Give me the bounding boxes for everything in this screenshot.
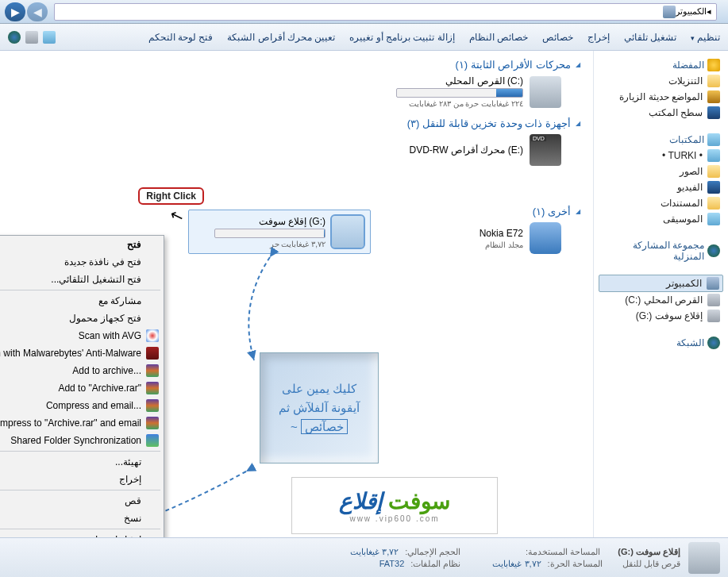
pictures-icon — [707, 165, 720, 178]
instruction-line1: كليك يمين على — [279, 379, 360, 398]
sidebar-item-pictures[interactable]: الصور — [599, 163, 723, 179]
sidebar-homegroup[interactable]: مجموعة المشاركة المنزلية — [599, 238, 723, 263]
instruction-line4: ~ — [291, 420, 298, 433]
ctx-scan-mwb[interactable]: Scan with Malwarebytes' Anti-Malware — [0, 344, 164, 362]
ctx-open-portable[interactable]: فتح كجهاز محمول — [0, 310, 164, 327]
breadcrumb-arrow: ◂ — [707, 6, 711, 17]
computer-icon — [663, 6, 676, 18]
context-menu: فتح فتح في نافذة جديدة فتح التشغيل التلق… — [0, 235, 164, 537]
sidebar-favorites[interactable]: المفضلة — [599, 57, 723, 73]
ctx-compress-email[interactable]: ...Compress and email — [0, 397, 164, 414]
toolbar-sys-props[interactable]: خصائص النظام — [469, 32, 528, 43]
toolbar-autoplay[interactable]: تشغيل تلقائي — [624, 32, 676, 43]
window-titlebar: ◂ الكمبيوتر ◀ ▶ — [0, 0, 728, 24]
content-pane: محركات الأقراص الثابتة (١) (:C) القرص ال… — [0, 51, 593, 537]
recent-icon — [707, 90, 720, 103]
toolbar-map-drive[interactable]: تعيين محرك أقراص الشبكة — [227, 32, 335, 43]
folder-icon — [707, 75, 720, 87]
usb-icon — [707, 310, 720, 322]
details-total-val: ٣,٧٢ غيغابايت — [350, 547, 399, 557]
ctx-add-archive[interactable]: ...Add to archive — [0, 362, 164, 379]
toolbar-organize[interactable]: تنظيم — [691, 32, 720, 43]
navigation-pane: المفضلة التنزيلات المواضع حديثة الزيارة … — [593, 51, 728, 537]
ctx-scan-avg[interactable]: Scan with AVG — [0, 327, 164, 344]
toolbar-eject[interactable]: إخراج — [587, 32, 610, 43]
ctx-copy[interactable]: نسخ — [0, 510, 164, 527]
toolbar-control-panel[interactable]: فتح لوحة التحكم — [148, 32, 214, 43]
address-bar[interactable]: ◂ الكمبيوتر — [54, 3, 717, 21]
star-icon — [707, 59, 720, 71]
drive-usb-g[interactable]: (:G) إقلاع سوفت ٣,٧٢ غيغابايت حر — [188, 210, 371, 254]
sidebar-item-turki[interactable]: • TURKI • — [599, 148, 723, 163]
ctx-open[interactable]: فتح — [0, 236, 164, 253]
sidebar-item-videos[interactable]: الفيديو — [599, 179, 723, 195]
ctx-shared-sync[interactable]: Shared Folder Synchronization◂ — [0, 432, 164, 449]
nokia-label: Nokia E72 — [480, 228, 523, 239]
group-hdd[interactable]: محركات الأقراص الثابتة (١) — [13, 59, 580, 71]
sidebar-item-computer[interactable]: الكمبيوتر — [599, 275, 723, 292]
breadcrumb-computer[interactable]: الكمبيوتر — [676, 6, 707, 17]
winrar-icon — [146, 382, 159, 394]
view-icon[interactable] — [43, 31, 56, 44]
sidebar-network[interactable]: الشبكة — [599, 335, 723, 351]
usb-drive-icon — [332, 216, 364, 248]
logo-soft: سوفت — [388, 489, 450, 514]
phone-icon — [530, 222, 561, 254]
toolbar-properties[interactable]: خصائص — [542, 32, 573, 43]
computer-icon — [707, 277, 719, 290]
ctx-compress-rar-email[interactable]: Compress to "Archive.rar" and email — [0, 414, 164, 432]
details-used-label: المساحة المستخدمة: — [526, 547, 600, 557]
sidebar-item-local-c[interactable]: القرص المحلي (:C) — [599, 292, 723, 308]
details-fs-val: FAT32 — [379, 559, 405, 569]
drive-dvd[interactable]: (:E) محرك أقراص DVD-RW — [13, 134, 561, 166]
avg-icon — [146, 329, 159, 342]
ctx-autoplay[interactable]: فتح التشغيل التلقائي... — [0, 271, 164, 288]
nav-buttons: ◀ ▶ — [5, 2, 48, 21]
docs-icon — [707, 197, 720, 210]
winrar-icon — [146, 364, 159, 377]
instruction-callout: كليك يمين على آيقونة آلفلآش ثم خصآئص ~ — [260, 352, 379, 464]
drive-c[interactable]: (:C) القرص المحلي ٢٢٤ غيغابايت حرة من ٢٨… — [13, 75, 561, 108]
ctx-open-new-window[interactable]: فتح في نافذة جديدة — [0, 253, 164, 271]
nav-back-button[interactable]: ▶ — [5, 2, 25, 21]
logo-url: www .vip600 .com — [349, 514, 439, 523]
details-total-label: الحجم الإجمالي: — [405, 547, 460, 557]
ctx-eject[interactable]: إخراج — [0, 471, 164, 488]
ctx-share-with[interactable]: مشاركة مع◂ — [0, 292, 164, 310]
details-free-val: ٣,٧٢ غيغابايت — [492, 559, 541, 569]
ctx-format[interactable]: تهيئة... — [0, 453, 164, 471]
winrar-icon — [146, 399, 159, 412]
instruction-line3: خصآئص — [301, 419, 348, 434]
sidebar-item-recent[interactable]: المواضع حديثة الزيارة — [599, 89, 723, 105]
drive-dvd-label: (:E) محرك أقراص DVD-RW — [410, 144, 523, 156]
help-icon[interactable] — [8, 31, 21, 44]
library-icon — [707, 149, 720, 162]
group-removable[interactable]: أجهزة ذات وحدة تخزين قابلة للنقل (٣) — [13, 117, 580, 129]
sync-icon — [146, 434, 159, 447]
sidebar-libraries[interactable]: المكتبات — [599, 132, 723, 148]
details-pane: إقلاع سوفت (:G) المساحة المستخدمة: قرص ق… — [0, 537, 728, 577]
details-name: إقلاع سوفت (:G) — [618, 547, 680, 557]
drive-usb-capacity-bar — [214, 229, 325, 238]
ctx-create-shortcut[interactable]: إنشاء اختصار — [0, 531, 164, 537]
network-icon — [707, 337, 720, 349]
nokia-sub: مجلد النظام — [480, 240, 523, 249]
eqla3soft-logo: سوفت إقلاع www .vip600 .com — [291, 477, 498, 534]
desktop-icon — [707, 106, 720, 119]
nav-forward-button[interactable]: ◀ — [27, 2, 48, 21]
toolbar-uninstall[interactable]: إزالة تثبيت برنامج أو تغييره — [349, 32, 454, 43]
drive-icon — [707, 294, 720, 306]
sidebar-item-usb-g[interactable]: إقلاع سوفت (:G) — [599, 308, 723, 324]
instruction-line2: آيقونة آلفلآش ثم — [279, 398, 360, 417]
preview-pane-icon[interactable] — [25, 31, 38, 44]
sidebar-item-desktop[interactable]: سطح المكتب — [599, 105, 723, 121]
ctx-add-archive-rar[interactable]: "Add to "Archive.rar — [0, 379, 164, 397]
sidebar-item-downloads[interactable]: التنزيلات — [599, 73, 723, 89]
sidebar-item-docs[interactable]: المستندات — [599, 195, 723, 211]
drive-usb-free: ٣,٧٢ غيغابايت حر — [214, 240, 325, 248]
ctx-cut[interactable]: قص — [0, 492, 164, 510]
details-drive-icon — [688, 542, 720, 574]
dvd-icon — [530, 134, 561, 166]
homegroup-icon — [707, 244, 720, 257]
sidebar-item-music[interactable]: الموسيقى — [599, 211, 723, 227]
